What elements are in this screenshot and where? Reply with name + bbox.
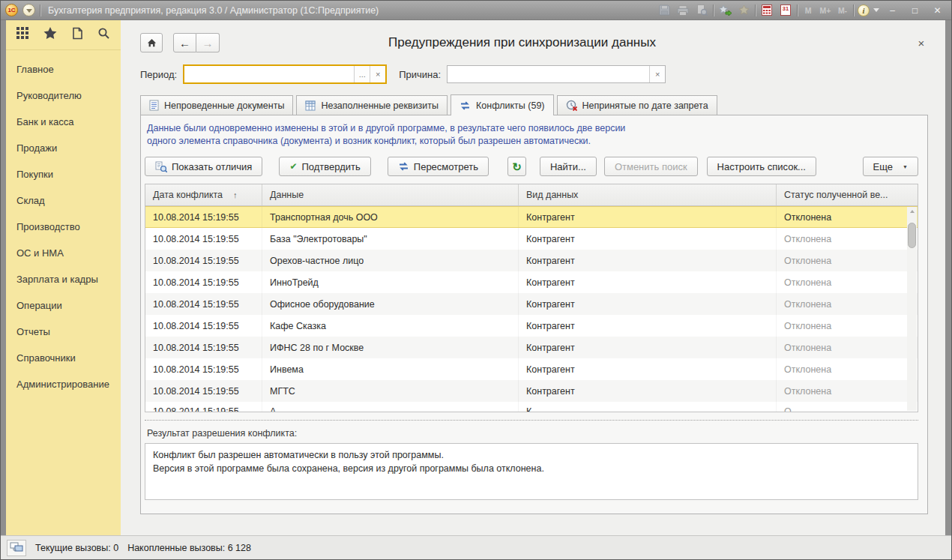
minimize-button[interactable]: – xyxy=(883,3,902,17)
cell-status: Отклонена xyxy=(777,337,918,358)
more-button[interactable]: Еще ▼ xyxy=(863,157,918,176)
confirm-button[interactable]: ✔ Подтвердить xyxy=(279,157,370,176)
memory-m-minus-button: M- xyxy=(836,6,849,15)
reason-input[interactable] xyxy=(448,66,649,82)
cell-date: 10.08.2014 15:19:55 xyxy=(145,271,262,293)
current-calls: Текущие вызовы: 0 xyxy=(35,543,118,553)
sidebar-item-glavnoe[interactable]: Главное xyxy=(6,56,121,82)
button-label: Отменить поиск xyxy=(615,161,687,172)
button-label: Настроить список... xyxy=(717,161,806,172)
accumulated-calls-label: Накопленные вызовы: xyxy=(127,543,225,553)
calendar-icon[interactable]: 31 xyxy=(778,4,793,17)
maximize-button[interactable]: □ xyxy=(906,3,924,17)
separator xyxy=(755,4,756,16)
server-calls-icon[interactable] xyxy=(7,540,26,556)
review-button[interactable]: Пересмотреть xyxy=(388,157,489,176)
cell-status: Отклонена xyxy=(777,380,918,402)
info-dropdown-icon[interactable] xyxy=(873,8,879,12)
table-row[interactable]: 10.08.2014 15:19:55 Инвема Контрагент От… xyxy=(145,358,918,380)
sidebar-item-proizvodstvo[interactable]: Производство xyxy=(6,214,121,240)
show-differences-button[interactable]: Показать отличия xyxy=(145,157,262,176)
table-row[interactable]: 10.08.2014 15:19:55 Орехов-частное лицо … xyxy=(145,250,918,271)
reason-clear-button[interactable]: × xyxy=(649,66,665,82)
vertical-scrollbar[interactable] xyxy=(907,207,917,411)
cell-kind: Контрагент xyxy=(519,293,777,315)
cell-status: О... xyxy=(777,402,918,412)
separator xyxy=(853,4,854,16)
table-row[interactable]: 10.08.2014 15:19:55 Кафе Сказка Контраге… xyxy=(145,315,918,337)
table-row[interactable]: 10.08.2014 15:19:55 Офисное оборудование… xyxy=(145,293,918,315)
table-row[interactable]: 10.08.2014 15:19:55 База "Электротовары"… xyxy=(145,228,918,250)
sidebar-item-administrirovanie[interactable]: Администрирование xyxy=(6,371,121,397)
tab-bar: Непроведенные документы Незаполненные ре… xyxy=(140,94,928,115)
tab-conflicts[interactable]: Конфликты (59) xyxy=(451,94,553,115)
sidebar-item-pokupki[interactable]: Покупки xyxy=(6,161,121,187)
close-form-button[interactable]: × xyxy=(915,37,928,49)
info-icon[interactable]: i xyxy=(858,4,870,16)
sidebar-item-sklad[interactable]: Склад xyxy=(6,187,121,214)
tab-unposted-documents[interactable]: Непроведенные документы xyxy=(140,95,293,115)
forward-button: → xyxy=(196,33,220,52)
calculator-icon[interactable] xyxy=(759,4,774,17)
column-label: Дата конфликта xyxy=(153,190,223,200)
cell-data: Орехов-частное лицо xyxy=(262,250,519,271)
column-header-kind[interactable]: Вид данных xyxy=(519,184,777,205)
table-header: Дата конфликта ↑ Данные Вид данных Стату… xyxy=(145,184,918,206)
tab-unfilled-attributes[interactable]: Незаполненные реквизиты xyxy=(296,95,448,115)
sidebar-item-zarplata[interactable]: Зарплата и кадры xyxy=(6,266,121,292)
sidebar-item-bank-i-kassa[interactable]: Банк и касса xyxy=(6,109,121,135)
sidebar-item-rukovoditelyu[interactable]: Руководителю xyxy=(6,82,121,109)
column-header-data[interactable]: Данные xyxy=(262,184,519,205)
table-row[interactable]: 10.08.2014 15:19:55 ИФНС 28 по г Москве … xyxy=(145,337,918,358)
sidebar-item-prodazhi[interactable]: Продажи xyxy=(6,135,121,161)
result-line-2: Версия в этой программе была сохранена, … xyxy=(153,462,910,475)
current-calls-label: Текущие вызовы: xyxy=(35,543,111,553)
sidebar-item-operacii[interactable]: Операции xyxy=(6,292,121,319)
period-input[interactable] xyxy=(184,66,354,82)
print-preview-icon xyxy=(694,4,709,17)
current-calls-value: 0 xyxy=(113,543,118,553)
cell-kind: Контрагент xyxy=(519,207,777,227)
sidebar-item-spravochniki[interactable]: Справочники xyxy=(6,345,121,371)
sidebar-item-otchety[interactable]: Отчеты xyxy=(6,319,121,345)
system-menu-button[interactable] xyxy=(22,4,35,16)
period-clear-button[interactable]: × xyxy=(370,66,385,82)
tab-rejected-by-date[interactable]: Непринятые по дате запрета xyxy=(557,95,717,115)
window-title: Бухгалтерия предприятия, редакция 3.0 / … xyxy=(48,5,379,16)
add-favorite-icon[interactable] xyxy=(717,4,732,17)
home-button[interactable] xyxy=(140,33,163,52)
back-button[interactable]: ← xyxy=(173,33,196,52)
table-row[interactable]: 10.08.2014 15:19:55 Транспортная дочь ОО… xyxy=(145,206,918,228)
close-window-button[interactable]: ✕ xyxy=(928,3,947,17)
result-line-1: Конфликт был разрешен автоматически в по… xyxy=(153,448,910,462)
info-line-2: одного элемента справочника (документа) … xyxy=(147,135,918,148)
sidebar-item-os-i-nma[interactable]: ОС и НМА xyxy=(6,240,121,266)
table-row[interactable]: 10.08.2014 15:19:55 МГТС Контрагент Откл… xyxy=(145,380,918,402)
cell-kind: Контрагент xyxy=(519,228,777,250)
refresh-icon: ↻ xyxy=(512,161,522,172)
column-header-date[interactable]: Дата конфликта ↑ xyxy=(145,184,262,205)
menu-grid-icon[interactable] xyxy=(16,27,29,43)
refresh-button[interactable]: ↻ xyxy=(507,157,526,176)
page-header: ← → Предупреждения при синхронизации дан… xyxy=(140,31,928,54)
period-picker-button[interactable]: ... xyxy=(354,66,370,82)
list-toolbar: Показать отличия ✔ Подтвердить Пересмотр… xyxy=(145,157,918,176)
table-row[interactable]: 10.08.2014 15:19:55 ИнноТрейд Контрагент… xyxy=(145,271,918,293)
document-icon xyxy=(149,100,159,111)
button-label: Найти... xyxy=(550,161,586,172)
scroll-up-icon[interactable] xyxy=(910,210,915,213)
sort-ascending-icon: ↑ xyxy=(233,190,238,199)
history-icon[interactable] xyxy=(71,27,83,43)
splitter[interactable] xyxy=(145,420,918,421)
configure-list-button[interactable]: Настроить список... xyxy=(707,157,816,176)
favorites-star-icon[interactable] xyxy=(43,27,57,43)
scrollbar-thumb[interactable] xyxy=(908,223,916,248)
find-button[interactable]: Найти... xyxy=(540,157,597,176)
cell-status: Отклонена xyxy=(777,358,918,380)
cell-date: 10.08.2014 15:19:55 xyxy=(145,228,262,250)
table-row-partial[interactable]: 10.08.2014 15:19:55 А... К... О... xyxy=(145,402,918,412)
column-header-status[interactable]: Статус полученной ве... xyxy=(777,184,918,205)
search-icon[interactable] xyxy=(97,27,110,43)
cell-data: Кафе Сказка xyxy=(262,315,519,337)
result-text-box[interactable]: Конфликт был разрешен автоматически в по… xyxy=(145,443,918,500)
